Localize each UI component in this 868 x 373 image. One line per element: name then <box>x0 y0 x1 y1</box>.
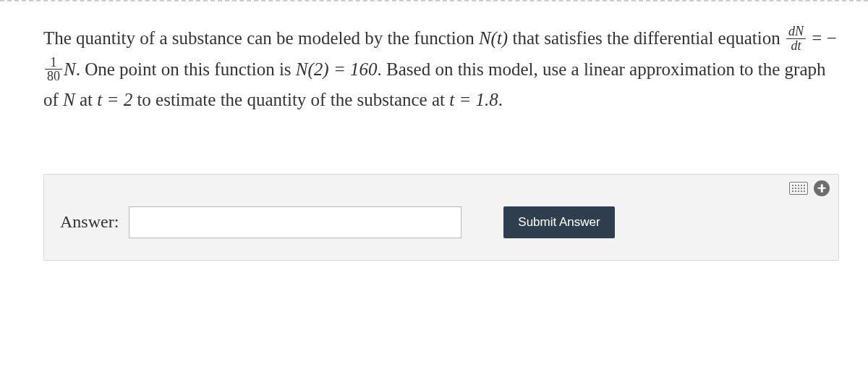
question-text: The quantity of a substance can be model… <box>43 23 839 116</box>
fraction-dN-dt: dNdt <box>786 25 806 53</box>
plus-icon[interactable] <box>814 180 830 196</box>
question-page: The quantity of a substance can be model… <box>0 0 868 373</box>
text-segment: = − <box>807 28 837 48</box>
fraction-denominator: dt <box>786 39 806 53</box>
text-segment: The quantity of a substance can be model… <box>43 28 479 48</box>
text-segment: to estimate the quantity of the substanc… <box>132 90 449 109</box>
answer-row: Answer: Submit Answer <box>60 206 822 238</box>
math-expr-N: N <box>64 59 76 79</box>
math-expr-N-var: N <box>63 90 75 109</box>
math-expr-N2-160: N(2) = 160 <box>296 59 378 79</box>
answer-input[interactable] <box>129 206 461 238</box>
math-expr-N-of-t: N(t) <box>479 28 508 48</box>
text-segment: that satisfies the differential equation <box>508 28 785 48</box>
answer-panel: Answer: Submit Answer <box>43 174 839 261</box>
text-segment: at <box>75 90 98 109</box>
answer-label: Answer: <box>60 212 119 232</box>
answer-toolbar <box>789 180 830 196</box>
text-segment: . <box>498 90 503 109</box>
fraction-1-80: 180 <box>45 56 62 84</box>
fraction-numerator: dN <box>786 25 806 39</box>
math-expr-t-1-8: t = 1.8 <box>449 90 498 109</box>
fraction-denominator: 80 <box>45 70 62 83</box>
fraction-numerator: 1 <box>45 56 62 70</box>
text-segment: . One point on this function is <box>76 59 296 79</box>
keyboard-icon[interactable] <box>789 182 808 195</box>
math-expr-t-2: t = 2 <box>97 90 132 109</box>
submit-answer-button[interactable]: Submit Answer <box>503 206 614 238</box>
